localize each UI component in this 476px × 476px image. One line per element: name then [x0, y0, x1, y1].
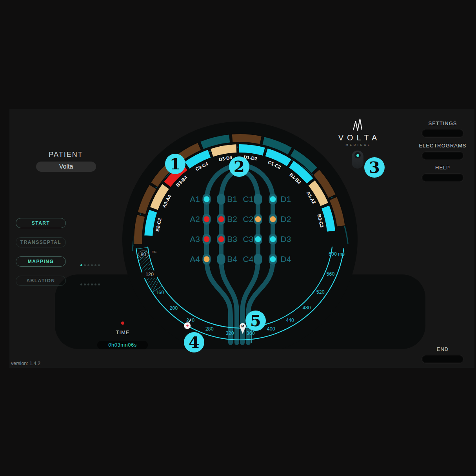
- toggle-knob-icon: [354, 152, 361, 158]
- heartbeat-icon: [352, 118, 363, 132]
- time-value: 0h03mn06s: [97, 341, 148, 349]
- version-text: version: 1.4.2: [11, 361, 40, 366]
- time-label: TIME: [103, 329, 142, 335]
- volta-medical-app: { "patient": {"label": "PATIENT", "value…: [0, 0, 476, 476]
- ablation-progress-dots: [80, 280, 102, 287]
- end-button[interactable]: [422, 355, 463, 363]
- end-label: END: [411, 346, 474, 352]
- ablation-button[interactable]: ABLATION: [16, 276, 66, 286]
- recording-dot-icon: [121, 322, 124, 325]
- mapping-button[interactable]: MAPPING: [16, 256, 66, 267]
- settings-button[interactable]: [422, 129, 463, 137]
- logo-name: VOLTA: [334, 133, 381, 142]
- electrograms-button[interactable]: [422, 152, 463, 160]
- transseptal-button[interactable]: TRANSSEPTAL: [16, 237, 66, 247]
- volta-logo: VOLTA MEDICAL: [334, 118, 381, 147]
- controls-layer: PATIENT Volta START TRANSSEPTAL MAPPING …: [0, 0, 476, 476]
- patient-name-field[interactable]: Volta: [36, 162, 96, 172]
- view-toggle-switch[interactable]: [352, 151, 363, 169]
- start-button[interactable]: START: [16, 218, 66, 228]
- help-button[interactable]: [422, 174, 463, 182]
- help-label: HELP: [411, 165, 474, 171]
- settings-label: SETTINGS: [411, 120, 474, 126]
- mapping-progress-dots: [80, 261, 102, 268]
- patient-label: PATIENT: [27, 151, 105, 159]
- logo-subtitle: MEDICAL: [334, 143, 381, 147]
- electrograms-label: ELECTROGRAMS: [411, 143, 474, 149]
